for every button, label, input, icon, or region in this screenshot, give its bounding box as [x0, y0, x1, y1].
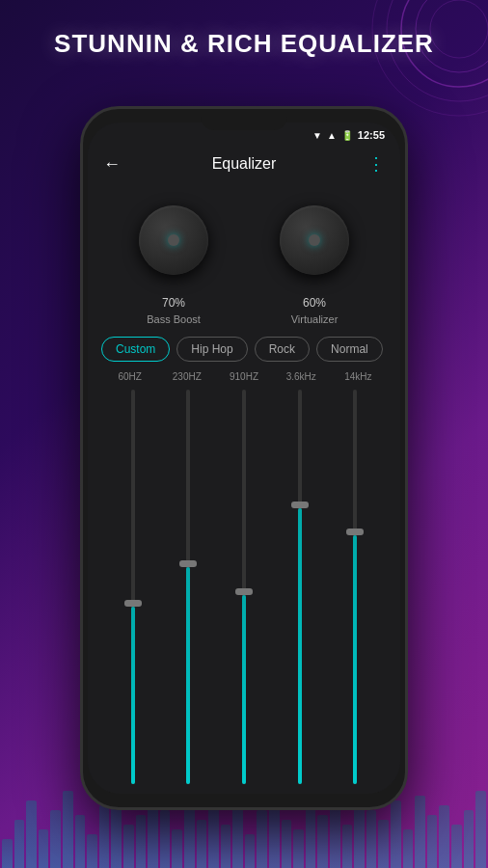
bar-decoration: [2, 839, 13, 868]
bar-decoration: [208, 805, 219, 868]
back-button[interactable]: ←: [103, 154, 121, 175]
bar-decoration: [257, 810, 267, 868]
menu-button[interactable]: ⋮: [367, 153, 385, 175]
battery-icon: 🔋: [341, 130, 353, 141]
virtualizer-knob[interactable]: const cx2=54,cy2=54,r2=46; const startAn…: [262, 188, 366, 292]
bar-decoration: [342, 825, 353, 868]
virtualizer-label: Virtualizer: [291, 313, 339, 325]
preset-hiphop[interactable]: Hip Hop: [176, 337, 247, 362]
phone-notch: [201, 109, 287, 130]
eq-slider-2[interactable]: [216, 390, 272, 784]
bar-decoration: [306, 800, 316, 868]
bar-decoration: [99, 805, 110, 868]
bar-decoration: [282, 820, 292, 868]
signal-icon: ▲: [327, 130, 337, 141]
knob-center-dot-virtualizer: [309, 234, 320, 246]
bar-decoration: [63, 791, 73, 868]
bar-decoration: [464, 810, 474, 868]
bass-boost-knob[interactable]: const cx=54,cy=54,r=46; const startAngle…: [122, 188, 226, 292]
eq-slider-3[interactable]: [272, 390, 328, 784]
bar-decoration: [451, 825, 462, 868]
page-title: Equalizer: [212, 155, 277, 173]
preset-normal[interactable]: Normal: [316, 337, 383, 362]
bass-boost-percent: 70%: [162, 296, 185, 310]
virtualizer-percent: 60%: [303, 296, 326, 310]
eq-slider-4[interactable]: [327, 390, 383, 784]
bar-decoration: [475, 791, 486, 868]
presets-row: Custom Hip Hop Rock Normal: [88, 329, 400, 369]
bar-decoration: [221, 825, 231, 868]
bar-decoration: [14, 820, 25, 868]
bar-decoration: [366, 810, 377, 868]
status-time: 12:55: [358, 129, 385, 141]
eq-sliders-area: [88, 384, 400, 794]
bar-decoration: [415, 796, 425, 868]
bar-decoration: [184, 800, 195, 868]
freq-label-3: 3.6kHz: [273, 371, 330, 382]
bar-decoration: [427, 815, 438, 868]
freq-label-0: 60HZ: [101, 371, 158, 382]
header-bar: ← Equalizer ⋮: [88, 148, 400, 180]
eq-slider-1[interactable]: [161, 390, 217, 784]
bar-decoration: [403, 829, 414, 868]
bar-decoration: [391, 800, 401, 868]
knob-center-dot-bass: [168, 234, 179, 246]
bar-decoration: [75, 815, 86, 868]
preset-rock[interactable]: Rock: [255, 337, 310, 362]
freq-label-1: 230HZ: [158, 371, 215, 382]
app-title: STUNNIN & RICH EQUALIZER: [0, 29, 488, 59]
bar-decoration: [123, 825, 134, 868]
bar-decoration: [197, 820, 207, 868]
bar-decoration: [293, 829, 304, 868]
eq-freq-labels: 60HZ 230HZ 910HZ 3.6kHz 14kHz: [88, 369, 400, 384]
eq-slider-0[interactable]: [105, 390, 161, 784]
bar-decoration: [39, 829, 49, 868]
phone-mockup: ▼ ▲ 🔋 12:55 ← Equalizer ⋮: [80, 106, 408, 810]
bass-boost-label: Bass Boost: [147, 313, 201, 325]
bar-decoration: [172, 829, 182, 868]
bar-decoration: [330, 805, 340, 868]
bar-decoration: [439, 805, 449, 868]
virtualizer-knob-container: const cx2=54,cy2=54,r2=46; const startAn…: [262, 188, 366, 325]
bar-decoration: [317, 815, 328, 868]
bar-decoration: [26, 800, 37, 868]
wifi-icon: ▼: [312, 130, 322, 141]
knobs-area: const cx=54,cy=54,r=46; const startAngle…: [88, 180, 400, 329]
bass-boost-knob-container: const cx=54,cy=54,r=46; const startAngle…: [122, 188, 226, 325]
bar-decoration: [50, 810, 61, 868]
bar-decoration: [87, 834, 97, 868]
bar-decoration: [160, 810, 171, 868]
preset-custom[interactable]: Custom: [101, 337, 170, 362]
bar-decoration: [245, 834, 256, 868]
freq-label-4: 14kHz: [330, 371, 387, 382]
bar-decoration: [378, 820, 389, 868]
bar-decoration: [136, 815, 147, 868]
freq-label-2: 910HZ: [215, 371, 272, 382]
